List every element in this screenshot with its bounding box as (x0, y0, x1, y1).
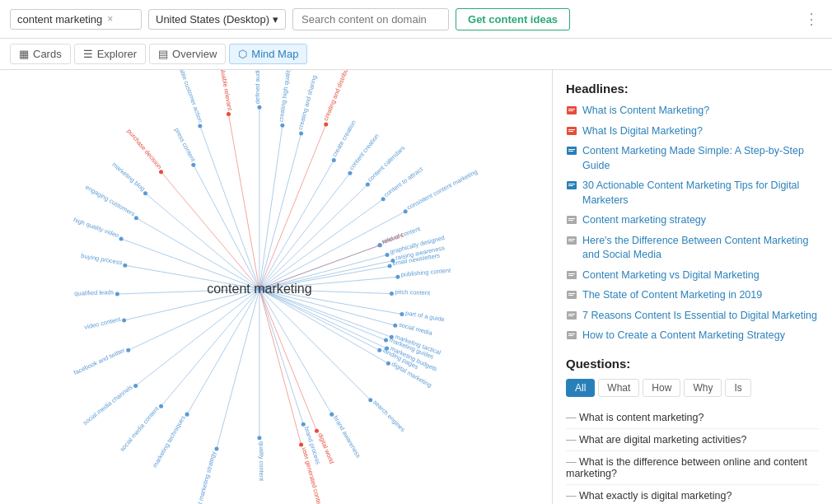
explorer-icon: ☰ (83, 48, 93, 60)
svg-text:buying process: buying process (81, 252, 124, 267)
overview-icon: ▤ (158, 48, 168, 60)
svg-text:part of a guide: part of a guide (405, 309, 446, 323)
svg-point-87 (257, 105, 261, 110)
tab-overview-label: Overview (172, 48, 217, 60)
svg-point-81 (191, 163, 195, 167)
filter-tab-all[interactable]: All (566, 379, 595, 397)
search-tag[interactable]: content marketing × (10, 9, 142, 30)
svg-text:create creation: create creation (330, 119, 358, 158)
svg-point-111 (390, 292, 394, 296)
svg-line-35 (259, 289, 391, 337)
svg-rect-159 (568, 315, 573, 316)
svg-text:content calendars: content calendars (366, 144, 406, 184)
svg-rect-153 (568, 275, 573, 276)
headline-item[interactable]: The State of Content Marketing in 2019 (566, 288, 819, 303)
svg-point-99 (366, 183, 370, 187)
headline-item[interactable]: What Is Digital Marketing? (566, 124, 819, 139)
svg-line-42 (259, 289, 317, 431)
svg-point-73 (119, 236, 124, 240)
svg-point-47 (368, 398, 372, 402)
filter-tab-why[interactable]: Why (684, 379, 722, 397)
svg-line-43 (259, 289, 303, 424)
country-select[interactable]: United States (Desktop) ▾ (148, 9, 286, 30)
headlines-list: What is Content Marketing?What Is Digita… (566, 104, 819, 343)
main-content: content marketingdigital marketingsearch… (0, 70, 832, 504)
question-item[interactable]: What exactly is digital marketing? (566, 485, 819, 505)
filter-tab-how[interactable]: How (643, 379, 680, 397)
svg-point-49 (393, 324, 397, 328)
svg-text:quality content: quality content (258, 441, 265, 482)
svg-text:distributing valuable relevant: distributing valuable relevant (213, 70, 234, 112)
svg-point-53 (299, 443, 303, 447)
headline-item[interactable]: Content marketing strategy (566, 213, 819, 228)
svg-rect-147 (568, 220, 573, 221)
tab-explorer[interactable]: ☰ Explorer (74, 44, 146, 64)
question-item[interactable]: What is content marketing? (566, 407, 819, 429)
tab-mindmap[interactable]: ⬡ Mind Map (229, 44, 307, 64)
headline-item[interactable]: 7 Reasons Content Is Essential to Digita… (566, 309, 819, 324)
svg-line-22 (259, 125, 283, 289)
country-label: United States (Desktop) (156, 13, 269, 26)
svg-line-23 (259, 133, 301, 289)
filter-tab-is[interactable]: Is (725, 379, 750, 397)
svg-point-75 (134, 216, 138, 220)
svg-rect-155 (568, 293, 575, 294)
svg-text:content marketing: content marketing (207, 281, 312, 296)
svg-text:drive profitable customer acti: drive profitable customer action (168, 70, 204, 124)
svg-line-20 (228, 114, 259, 289)
headline-icon (566, 289, 577, 301)
chevron-down-icon: ▾ (273, 13, 278, 26)
headline-icon (566, 235, 577, 246)
svg-text:qualified leads: qualified leads (74, 288, 115, 297)
headline-item[interactable]: Content Marketing vs Digital Marketing (566, 268, 819, 283)
questions-title: Questions: (566, 357, 819, 371)
svg-rect-137 (568, 129, 575, 130)
svg-text:social media content: social media content (119, 404, 161, 453)
headline-item[interactable]: How to Create a Content Marketing Strate… (566, 329, 819, 343)
question-item[interactable]: What are digital marketing activities? (566, 429, 819, 451)
menu-icon[interactable]: ⋮ (801, 7, 822, 31)
tabs-bar: ▦ Cards ☰ Explorer ▤ Overview ⬡ Mind Map (0, 39, 832, 70)
svg-line-18 (194, 165, 259, 289)
svg-line-19 (200, 126, 259, 289)
svg-point-123 (378, 243, 382, 247)
tab-overview[interactable]: ▤ Overview (149, 44, 226, 64)
headline-icon (566, 269, 577, 281)
svg-point-59 (185, 413, 189, 417)
svg-point-127 (388, 264, 392, 268)
svg-line-28 (259, 199, 383, 289)
svg-line-3 (259, 289, 332, 414)
svg-point-61 (159, 404, 163, 408)
headlines-title: Headlines: (566, 82, 819, 96)
svg-text:pitch content: pitch content (395, 288, 431, 297)
tab-cards-label: Cards (33, 48, 62, 60)
domain-search-input[interactable] (292, 8, 449, 30)
svg-rect-135 (568, 110, 573, 111)
svg-point-117 (384, 338, 388, 343)
svg-text:press content: press content (173, 127, 198, 164)
headline-item[interactable]: 30 Actionable Content Marketing Tips for… (566, 179, 819, 208)
mindmap-icon: ⬡ (238, 48, 247, 60)
svg-rect-158 (568, 314, 575, 315)
svg-rect-140 (568, 149, 575, 150)
get-content-ideas-button[interactable]: Get content ideas (456, 8, 570, 30)
headline-icon (566, 105, 577, 116)
svg-rect-146 (568, 218, 575, 219)
svg-point-45 (386, 362, 390, 366)
svg-point-67 (122, 318, 126, 322)
tab-cards[interactable]: ▦ Cards (10, 44, 71, 64)
close-icon[interactable]: × (107, 13, 113, 25)
svg-text:creating and distributing valu: creating and distributing valuable (322, 70, 363, 122)
svg-text:content to attract: content to attract (382, 165, 424, 198)
svg-rect-138 (568, 131, 573, 132)
headline-item[interactable]: Content Marketing Made Simple: A Step-by… (566, 144, 819, 173)
headline-item[interactable]: What is Content Marketing? (566, 104, 819, 119)
svg-line-36 (259, 289, 386, 340)
mindmap-area[interactable]: content marketingdigital marketingsearch… (0, 70, 552, 504)
search-tag-text: content marketing (17, 13, 102, 26)
svg-text:purchase decision: purchase decision (125, 128, 163, 170)
question-item[interactable]: What is the difference between online an… (566, 451, 819, 485)
svg-line-16 (146, 194, 259, 289)
filter-tab-what[interactable]: What (598, 379, 639, 397)
headline-item[interactable]: Here's the Difference Between Content Ma… (566, 234, 819, 263)
